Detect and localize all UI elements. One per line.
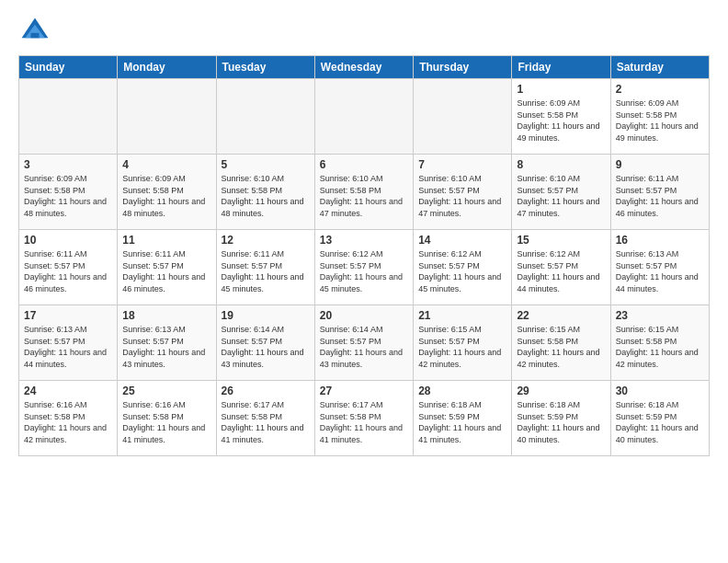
day-number: 23: [616, 309, 704, 322]
calendar-cell: 15Sunrise: 6:12 AMSunset: 5:57 PMDayligh…: [512, 230, 610, 305]
sunset-text: Sunset: 5:57 PM: [122, 337, 184, 346]
day-info: Sunrise: 6:14 AMSunset: 5:57 PMDaylight:…: [222, 324, 310, 370]
daylight-text: Daylight: 11 hours and 47 minutes.: [517, 197, 599, 218]
calendar-cell: 28Sunrise: 6:18 AMSunset: 5:59 PMDayligh…: [414, 381, 512, 456]
sunset-text: Sunset: 5:57 PM: [616, 261, 677, 270]
calendar-cell: 27Sunrise: 6:17 AMSunset: 5:58 PMDayligh…: [314, 381, 413, 456]
sunrise-text: Sunrise: 6:13 AM: [616, 249, 679, 259]
sunset-text: Sunset: 5:57 PM: [616, 186, 677, 195]
calendar-cell: 22Sunrise: 6:15 AMSunset: 5:58 PMDayligh…: [512, 305, 610, 381]
day-info: Sunrise: 6:09 AMSunset: 5:58 PMDaylight:…: [122, 173, 210, 219]
daylight-text: Daylight: 11 hours and 45 minutes.: [222, 272, 304, 293]
sunrise-text: Sunrise: 6:11 AM: [222, 249, 285, 259]
day-number: 29: [517, 385, 605, 397]
day-number: 5: [222, 158, 310, 171]
calendar-cell: [216, 79, 314, 155]
sunrise-text: Sunrise: 6:17 AM: [320, 400, 383, 409]
sunrise-text: Sunrise: 6:18 AM: [616, 400, 679, 409]
daylight-text: Daylight: 11 hours and 42 minutes.: [517, 348, 599, 369]
sunset-text: Sunset: 5:58 PM: [320, 186, 381, 195]
day-info: Sunrise: 6:14 AMSunset: 5:57 PMDaylight:…: [320, 324, 408, 370]
daylight-text: Daylight: 11 hours and 40 minutes.: [517, 423, 599, 444]
sunrise-text: Sunrise: 6:14 AM: [320, 325, 383, 334]
sunset-text: Sunset: 5:58 PM: [222, 186, 283, 195]
calendar-cell: 4Sunrise: 6:09 AMSunset: 5:58 PMDaylight…: [118, 155, 216, 230]
calendar-cell: 6Sunrise: 6:10 AMSunset: 5:58 PMDaylight…: [314, 155, 413, 230]
day-number: 7: [418, 158, 506, 171]
sunset-text: Sunset: 5:59 PM: [517, 412, 578, 421]
day-number: 24: [24, 385, 112, 397]
sunrise-text: Sunrise: 6:12 AM: [517, 249, 580, 259]
day-number: 28: [418, 385, 506, 397]
calendar-cell: 18Sunrise: 6:13 AMSunset: 5:57 PMDayligh…: [118, 305, 216, 381]
calendar-cell: 10Sunrise: 6:11 AMSunset: 5:57 PMDayligh…: [19, 230, 118, 305]
daylight-text: Daylight: 11 hours and 46 minutes.: [616, 197, 699, 218]
daylight-text: Daylight: 11 hours and 41 minutes.: [418, 423, 501, 444]
sunset-text: Sunset: 5:57 PM: [418, 261, 480, 270]
sunrise-text: Sunrise: 6:12 AM: [320, 249, 383, 259]
daylight-text: Daylight: 11 hours and 42 minutes.: [418, 348, 501, 369]
daylight-text: Daylight: 11 hours and 44 minutes.: [24, 348, 107, 369]
page: SundayMondayTuesdayWednesdayThursdayFrid…: [0, 0, 728, 465]
day-info: Sunrise: 6:10 AMSunset: 5:57 PMDaylight:…: [517, 173, 605, 219]
sunrise-text: Sunrise: 6:16 AM: [122, 400, 186, 409]
sunrise-text: Sunrise: 6:09 AM: [24, 174, 87, 183]
day-info: Sunrise: 6:13 AMSunset: 5:57 PMDaylight:…: [616, 248, 704, 294]
sunset-text: Sunset: 5:58 PM: [320, 412, 381, 421]
calendar-cell: 11Sunrise: 6:11 AMSunset: 5:57 PMDayligh…: [118, 230, 216, 305]
logo: [18, 15, 55, 48]
daylight-text: Daylight: 11 hours and 49 minutes.: [517, 121, 599, 143]
daylight-text: Daylight: 11 hours and 49 minutes.: [616, 121, 699, 143]
daylight-text: Daylight: 11 hours and 46 minutes.: [122, 272, 205, 293]
day-info: Sunrise: 6:15 AMSunset: 5:58 PMDaylight:…: [517, 324, 605, 370]
day-info: Sunrise: 6:18 AMSunset: 5:59 PMDaylight:…: [616, 399, 704, 445]
calendar-cell: 3Sunrise: 6:09 AMSunset: 5:58 PMDaylight…: [19, 155, 118, 230]
day-number: 12: [222, 234, 310, 247]
sunrise-text: Sunrise: 6:10 AM: [517, 174, 580, 183]
day-number: 30: [616, 385, 704, 397]
daylight-text: Daylight: 11 hours and 48 minutes.: [24, 197, 107, 218]
calendar-cell: 1Sunrise: 6:09 AMSunset: 5:58 PMDaylight…: [512, 79, 610, 155]
daylight-text: Daylight: 11 hours and 44 minutes.: [517, 272, 599, 293]
daylight-text: Daylight: 11 hours and 43 minutes.: [222, 348, 304, 369]
sunset-text: Sunset: 5:58 PM: [24, 186, 85, 195]
day-info: Sunrise: 6:18 AMSunset: 5:59 PMDaylight:…: [517, 399, 605, 445]
daylight-text: Daylight: 11 hours and 43 minutes.: [122, 348, 205, 369]
daylight-text: Daylight: 11 hours and 40 minutes.: [616, 423, 699, 444]
calendar-week-2: 10Sunrise: 6:11 AMSunset: 5:57 PMDayligh…: [19, 230, 710, 305]
day-number: 3: [24, 158, 112, 171]
calendar-cell: 30Sunrise: 6:18 AMSunset: 5:59 PMDayligh…: [610, 381, 709, 456]
day-number: 13: [320, 234, 408, 247]
calendar-cell: 16Sunrise: 6:13 AMSunset: 5:57 PMDayligh…: [610, 230, 709, 305]
day-number: 25: [122, 385, 210, 397]
calendar-header-tuesday: Tuesday: [216, 56, 314, 79]
header: [18, 15, 710, 48]
sunset-text: Sunset: 5:58 PM: [616, 337, 677, 346]
sunset-text: Sunset: 5:57 PM: [222, 261, 283, 270]
day-info: Sunrise: 6:11 AMSunset: 5:57 PMDaylight:…: [222, 248, 310, 294]
sunset-text: Sunset: 5:57 PM: [222, 337, 283, 346]
sunset-text: Sunset: 5:58 PM: [616, 110, 677, 120]
day-number: 4: [122, 158, 210, 171]
day-info: Sunrise: 6:12 AMSunset: 5:57 PMDaylight:…: [320, 248, 408, 294]
sunrise-text: Sunrise: 6:11 AM: [24, 249, 87, 259]
day-info: Sunrise: 6:09 AMSunset: 5:58 PMDaylight:…: [517, 98, 605, 144]
day-info: Sunrise: 6:16 AMSunset: 5:58 PMDaylight:…: [122, 399, 210, 445]
daylight-text: Daylight: 11 hours and 45 minutes.: [418, 272, 501, 293]
sunset-text: Sunset: 5:57 PM: [24, 261, 85, 270]
sunrise-text: Sunrise: 6:13 AM: [24, 325, 87, 334]
day-info: Sunrise: 6:16 AMSunset: 5:58 PMDaylight:…: [24, 399, 112, 445]
day-info: Sunrise: 6:13 AMSunset: 5:57 PMDaylight:…: [122, 324, 210, 370]
sunset-text: Sunset: 5:57 PM: [24, 337, 85, 346]
daylight-text: Daylight: 11 hours and 41 minutes.: [122, 423, 205, 444]
calendar-cell: 20Sunrise: 6:14 AMSunset: 5:57 PMDayligh…: [314, 305, 413, 381]
day-info: Sunrise: 6:12 AMSunset: 5:57 PMDaylight:…: [517, 248, 605, 294]
day-number: 27: [320, 385, 408, 397]
day-number: 17: [24, 309, 112, 322]
calendar-cell: [118, 79, 216, 155]
sunset-text: Sunset: 5:58 PM: [517, 110, 578, 120]
calendar-cell: 26Sunrise: 6:17 AMSunset: 5:58 PMDayligh…: [216, 381, 314, 456]
daylight-text: Daylight: 11 hours and 47 minutes.: [320, 197, 403, 218]
sunset-text: Sunset: 5:58 PM: [24, 412, 85, 421]
daylight-text: Daylight: 11 hours and 48 minutes.: [122, 197, 205, 218]
